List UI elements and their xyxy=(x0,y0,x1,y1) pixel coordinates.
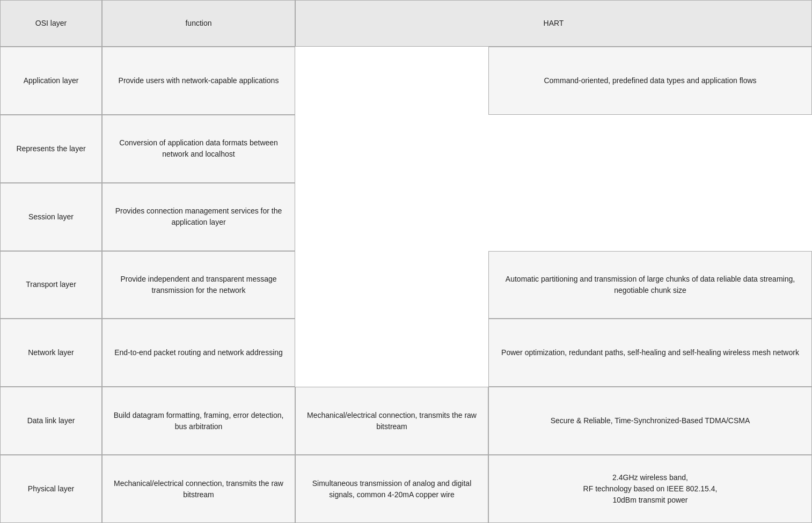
row-presentation-col3 xyxy=(295,115,488,183)
row-physical-col1: Physical layer xyxy=(0,455,102,523)
row-datalink-col3: Mechanical/electrical connection, transm… xyxy=(295,387,488,455)
row-transport-col2: Provide independent and transparent mess… xyxy=(102,251,295,319)
row-transport-col3 xyxy=(295,251,488,319)
row-application-col1: Application layer xyxy=(0,47,102,115)
main-table: OSI layer function HART Application laye… xyxy=(0,0,812,523)
row-network-col4: Power optimization, redundant paths, sel… xyxy=(488,319,812,387)
row-presentation-col4 xyxy=(488,115,812,183)
row-physical-col2: Mechanical/electrical connection, transm… xyxy=(102,455,295,523)
row-datalink-col2: Build datagram formatting, framing, erro… xyxy=(102,387,295,455)
row-presentation-col1: Represents the layer xyxy=(0,115,102,183)
row-application-col2: Provide users with network-capable appli… xyxy=(102,47,295,115)
row-datalink-col4: Secure & Reliable, Time-Synchronized-Bas… xyxy=(488,387,812,455)
row-session-col4 xyxy=(488,183,812,251)
header-hart: HART xyxy=(295,0,812,47)
row-session-col3 xyxy=(295,183,488,251)
row-network-col3 xyxy=(295,319,488,387)
row-session-col2: Provides connection management services … xyxy=(102,183,295,251)
row-application-col4: Command-oriented, predefined data types … xyxy=(488,47,812,115)
header-function: function xyxy=(102,0,295,47)
row-physical-col4: 2.4GHz wireless band, RF technology base… xyxy=(488,455,812,523)
row-physical-col3: Simultaneous transmission of analog and … xyxy=(295,455,488,523)
header-osi: OSI layer xyxy=(0,0,102,47)
row-transport-col1: Transport layer xyxy=(0,251,102,319)
row-network-col1: Network layer xyxy=(0,319,102,387)
row-datalink-col1: Data link layer xyxy=(0,387,102,455)
row-network-col2: End-to-end packet routing and network ad… xyxy=(102,319,295,387)
row-application-col3 xyxy=(295,47,488,115)
row-session-col1: Session layer xyxy=(0,183,102,251)
row-transport-col4: Automatic partitioning and transmission … xyxy=(488,251,812,319)
row-presentation-col2: Conversion of application data formats b… xyxy=(102,115,295,183)
